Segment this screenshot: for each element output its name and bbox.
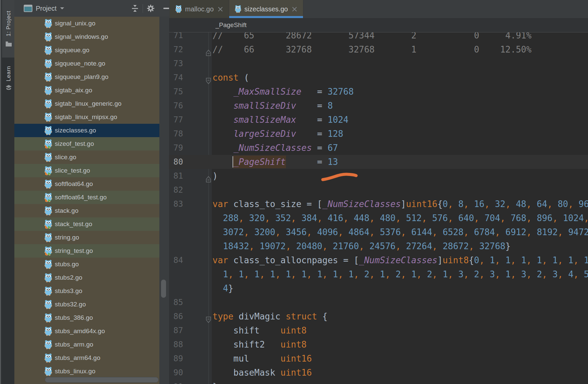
tool-window-button-project[interactable]: 1: Project xyxy=(2,0,15,58)
fold-marker-end[interactable] xyxy=(206,46,211,53)
tree-file-item[interactable]: stubs_amd64x.go xyxy=(14,324,159,338)
tree-file-item[interactable]: string_test.go xyxy=(14,244,159,258)
line-number[interactable]: 82 xyxy=(169,183,183,197)
code-line-79[interactable]: 79 _NumSizeClasses = 67 xyxy=(169,141,588,155)
line-number[interactable]: 73 xyxy=(169,57,183,71)
code-line-83[interactable]: 83var class_to_size = [_NumSizeClasses]u… xyxy=(169,197,588,211)
tree-file-item[interactable]: sigqueue_note.go xyxy=(14,57,159,70)
line-number[interactable]: 89 xyxy=(169,352,183,366)
tree-file-item[interactable]: sigqueue_plan9.go xyxy=(14,70,159,84)
line-number[interactable]: 87 xyxy=(169,323,183,338)
code-line-73[interactable]: 73 xyxy=(169,57,588,71)
code-text: mul uint16 xyxy=(212,352,312,366)
tree-file-item[interactable]: stubs32.go xyxy=(14,298,159,311)
line-number[interactable]: 90 xyxy=(169,366,183,380)
tree-file-item[interactable]: stubs3.go xyxy=(14,284,159,298)
tree-file-item[interactable]: stubs2.go xyxy=(14,271,159,284)
tree-file-item[interactable]: slice_test.go xyxy=(14,164,159,177)
line-number[interactable]: 72 xyxy=(169,42,183,57)
panel-title[interactable]: Project xyxy=(36,5,56,12)
breadcrumb[interactable]: _PageShift xyxy=(215,21,247,29)
code-line-85[interactable]: 85 xyxy=(169,295,588,309)
line-number[interactable]: 77 xyxy=(169,113,183,127)
fold-marker-end[interactable] xyxy=(206,173,211,179)
tree-file-item[interactable]: sigqueue.go xyxy=(14,43,159,57)
line-number[interactable]: 71 xyxy=(169,32,183,42)
file-name: stubs_386.go xyxy=(55,314,93,321)
tool-window-button-learn[interactable]: Learn xyxy=(2,62,15,94)
line-number[interactable]: 78 xyxy=(169,127,183,141)
go-file-icon xyxy=(44,233,52,242)
code-line-81[interactable]: 81) xyxy=(169,169,588,183)
fold-marker-start[interactable] xyxy=(206,313,211,320)
code-line-72[interactable]: 72// 66 32768 32768 1 0 12.50% xyxy=(169,42,588,57)
line-number[interactable]: 75 xyxy=(169,85,183,99)
code-line-88[interactable]: 88 shift2 uint8 xyxy=(169,338,588,352)
collapse-all-button[interactable] xyxy=(131,4,139,13)
code-line-86[interactable]: 86type divMagic struct { xyxy=(169,309,588,323)
code-editor[interactable]: 71// 65 28672 57344 2 0 4.91%72// 66 327… xyxy=(169,32,588,384)
code-line-77[interactable]: 77 smallSizeMax = 1024 xyxy=(169,113,588,127)
tree-file-item[interactable]: sizeclasses.go xyxy=(14,124,159,137)
line-number[interactable]: 76 xyxy=(169,99,183,113)
settings-button[interactable] xyxy=(146,4,155,13)
tree-file-item[interactable]: sigtab_aix.go xyxy=(14,84,159,97)
close-icon[interactable] xyxy=(292,7,297,12)
code-line-75[interactable]: 75 _MaxSmallSize = 32768 xyxy=(169,85,588,99)
editor-tab-sizeclasses.go[interactable]: sizeclasses.go xyxy=(229,0,303,18)
tree-file-item[interactable]: stubs_arm64.go xyxy=(14,351,159,365)
fold-marker-start[interactable] xyxy=(206,74,211,81)
code-line-wrap[interactable]: 4} xyxy=(169,281,588,295)
code-line-wrap[interactable]: 288, 320, 352, 384, 416, 448, 480, 512, … xyxy=(169,211,588,225)
code-line-78[interactable]: 78 largeSizeDiv = 128 xyxy=(169,127,588,141)
tree-file-item[interactable]: slice.go xyxy=(14,151,159,164)
editor-tab-malloc.go[interactable]: malloc.go xyxy=(170,0,229,18)
tree-file-item[interactable]: stubs.go xyxy=(14,258,159,271)
tree-file-item[interactable]: sigtab_linux_mipsx.go xyxy=(14,110,159,124)
tree-vertical-scrollbar[interactable] xyxy=(161,280,166,298)
tree-file-item[interactable]: signal_windows.go xyxy=(14,30,159,43)
code-line-74[interactable]: 74const ( xyxy=(169,71,588,85)
line-number[interactable]: 74 xyxy=(169,71,183,85)
tree-file-item[interactable]: signal_unix.go xyxy=(14,17,159,30)
code-line-90[interactable]: 90 baseMask uint16 xyxy=(169,366,588,380)
code-line-71[interactable]: 71// 65 28672 57344 2 0 4.91% xyxy=(169,32,588,42)
line-number[interactable]: 86 xyxy=(169,309,183,323)
code-line-wrap[interactable]: 1, 1, 1, 1, 1, 1, 1, 1, 1, 2, 1, 2, 1, 2… xyxy=(169,267,588,281)
go-file-icon xyxy=(44,72,52,82)
chevron-down-icon[interactable] xyxy=(60,7,64,10)
line-number[interactable]: 81 xyxy=(169,169,183,183)
code-text: var class_to_size = [_NumSizeClasses]uin… xyxy=(212,197,588,211)
tree-file-item[interactable]: softfloat64.go xyxy=(14,177,159,191)
line-number[interactable]: 88 xyxy=(169,338,183,352)
line-number[interactable]: 85 xyxy=(169,295,183,309)
file-name: sigqueue.go xyxy=(55,46,90,54)
code-line-76[interactable]: 76 smallSizeDiv = 8 xyxy=(169,99,588,113)
code-line-87[interactable]: 87 shift uint8 xyxy=(169,323,588,338)
tree-file-item[interactable]: stack.go xyxy=(14,204,159,217)
editor-area: malloc.gosizeclasses.go _PageShift 71// … xyxy=(169,0,588,384)
code-line-80[interactable]: 80 _PageShift = 13 xyxy=(169,155,588,169)
code-line-wrap[interactable]: 18432, 19072, 20480, 21760, 24576, 27264… xyxy=(169,239,588,253)
tree-file-item[interactable]: softfloat64_test.go xyxy=(14,191,159,204)
close-icon[interactable] xyxy=(218,7,223,12)
tree-file-item[interactable]: sizeof_test.go xyxy=(14,137,159,151)
code-line-89[interactable]: 89 mul uint16 xyxy=(169,352,588,366)
line-number[interactable]: 91 xyxy=(169,380,183,384)
line-number[interactable]: 79 xyxy=(169,141,183,155)
tree-file-item[interactable]: stubs_linux.go xyxy=(14,365,159,378)
tree-file-item[interactable]: stubs_arm.go xyxy=(14,338,159,351)
tree-file-item[interactable]: sigtab_linux_generic.go xyxy=(14,97,159,110)
tree-file-item[interactable]: stubs_386.go xyxy=(14,311,159,324)
code-line-84[interactable]: 84var class_to_allocnpages = [_NumSizeCl… xyxy=(169,253,588,267)
line-number[interactable]: 80 xyxy=(169,155,183,169)
code-line-82[interactable]: 82 xyxy=(169,183,588,197)
tree-file-item[interactable]: string.go xyxy=(14,231,159,244)
line-number[interactable]: 83 xyxy=(169,197,183,211)
tree-file-item[interactable]: stack_test.go xyxy=(14,217,159,231)
tree-horizontal-scrollbar[interactable] xyxy=(45,377,159,383)
line-number[interactable]: 84 xyxy=(169,253,183,267)
code-line-91[interactable]: 91} xyxy=(169,380,588,384)
code-line-wrap[interactable]: 3072, 3200, 3456, 4096, 4864, 5376, 6144… xyxy=(169,225,588,239)
panel-splitter[interactable] xyxy=(159,17,169,384)
